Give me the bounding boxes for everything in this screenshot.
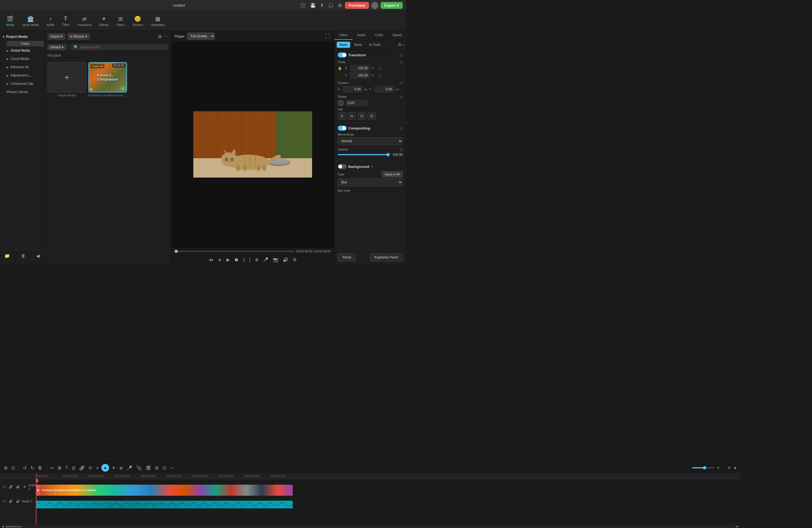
cat-video-cell[interactable]: Funny Cat Funny C...Compilation 00:02:00…	[88, 62, 127, 92]
default-button[interactable]: Default ▾	[47, 44, 66, 50]
audio-icon: ♪	[49, 15, 52, 22]
insert-icon[interactable]: ⊕	[254, 256, 260, 263]
pos-x-input[interactable]	[343, 86, 363, 92]
monitor-icon[interactable]: ⬛	[299, 2, 307, 9]
tab-audio[interactable]: ♪ Audio	[43, 13, 58, 28]
volume-icon[interactable]: 🔊	[282, 256, 289, 263]
play-button[interactable]: ▶	[226, 256, 231, 263]
scale-keyframe-btn[interactable]: ◇	[400, 60, 403, 64]
blend-mode-select[interactable]: Normal Multiply Screen Overlay	[338, 137, 403, 145]
import-button[interactable]: Import ▾	[47, 33, 65, 40]
sub-tab-ai-tools[interactable]: AI Tools	[366, 42, 383, 48]
folder-label: FOLDER	[44, 52, 171, 59]
opacity-keyframe-btn[interactable]: ◇	[400, 147, 403, 151]
tab-titles[interactable]: T Titles	[58, 13, 73, 28]
flip-vertical-btn[interactable]: ⇆	[348, 112, 356, 120]
filter-icon[interactable]: ⚙	[158, 34, 162, 39]
more-icon[interactable]: ···	[164, 34, 168, 39]
arrow-icon: ▶	[6, 49, 9, 52]
sidebar-item-global-media[interactable]: ▶ Global Media	[0, 46, 44, 55]
keyframe-panel-button[interactable]: Keyframe Panel	[370, 253, 403, 261]
rotate-dial[interactable]	[338, 100, 344, 106]
bg-blur-select[interactable]: Blur Color Image	[338, 178, 403, 186]
headphone-icon[interactable]: 🎧	[327, 2, 335, 9]
nav-next-icon[interactable]: ›	[402, 42, 404, 47]
blend-mode-label: Blend Mode	[338, 133, 354, 136]
video-check-icon: ✓	[120, 86, 126, 91]
flip-h-mirror-btn[interactable]: ⊡	[358, 112, 366, 120]
sidebar-item-influence-kit[interactable]: ▶ Influence Kit	[0, 63, 44, 71]
purchase-button[interactable]: Purchase	[345, 2, 369, 9]
snapshot-icon[interactable]: 📷	[272, 256, 279, 263]
add-folder-icon[interactable]: 📁	[3, 252, 11, 260]
pos-y-label: Y	[369, 88, 373, 91]
sidebar-item-adjustment[interactable]: ▶ Adjustment L...	[0, 71, 44, 79]
quality-select[interactable]: Full Quality Half Quality	[187, 33, 215, 40]
tab-transitions[interactable]: ⇄ Transitions	[73, 13, 96, 29]
export-button[interactable]: Export ▾	[381, 2, 403, 9]
compositing-keyframe-btn[interactable]: ◇	[400, 126, 403, 130]
pos-y-input[interactable]	[375, 86, 394, 92]
tab-speed[interactable]: Speed	[388, 31, 406, 40]
scale-y-kf-btn[interactable]: ◇	[379, 73, 382, 78]
opacity-slider[interactable]	[338, 154, 388, 155]
tab-stock-media[interactable]: 🏦 Stock Media	[18, 13, 43, 29]
out-point-icon[interactable]: }	[248, 257, 251, 263]
sidebar-item-cloud-media[interactable]: ▶ Cloud Media	[0, 55, 44, 63]
tab-stickers[interactable]: 😊 Stickers	[128, 13, 147, 29]
grid-icon[interactable]: ⊞	[337, 2, 343, 9]
import-label: Import	[50, 34, 60, 39]
opacity-thumb[interactable]	[387, 153, 390, 156]
tab-video[interactable]: Video	[334, 31, 352, 40]
scrubber-head[interactable]	[175, 250, 178, 253]
search-box[interactable]: 🔍	[71, 44, 168, 50]
transform-keyframe-btn[interactable]: ◇	[400, 53, 403, 57]
apply-all-button[interactable]: Apply to All	[382, 171, 403, 177]
tab-color[interactable]: Color	[371, 31, 388, 40]
influence-kit-label: Influence Kit	[11, 65, 29, 69]
rotate-input[interactable]	[346, 100, 367, 106]
search-input[interactable]	[80, 45, 165, 49]
flip-v-mirror-btn[interactable]: ⊟	[367, 112, 376, 120]
skip-back-button[interactable]: ⏮	[208, 257, 214, 263]
tab-audio[interactable]: Audio	[352, 31, 371, 40]
fullscreen-icon[interactable]: ⛶	[324, 33, 331, 40]
frame-back-button[interactable]: ⏴	[217, 257, 223, 263]
import-media-cell[interactable]: +	[47, 62, 86, 92]
scale-x-kf-btn[interactable]: ◇	[379, 66, 382, 70]
tab-templates[interactable]: ▦ Templates	[147, 13, 169, 29]
tab-filters[interactable]: ⊞ Filters	[112, 13, 128, 29]
sidebar-item-photos-library[interactable]: Photos Library	[0, 88, 44, 96]
sub-tab-basic[interactable]: Basic	[337, 42, 350, 48]
sub-tab-mask[interactable]: Mask	[351, 42, 365, 48]
sidebar-item-compound-clip[interactable]: ▶ Compound Clip	[0, 79, 44, 88]
position-keyframe-btn[interactable]: ◇	[400, 80, 403, 85]
background-toggle[interactable]	[338, 164, 347, 169]
tab-media[interactable]: 🎬 Media	[2, 13, 18, 29]
upload-icon[interactable]: ⬆	[319, 2, 325, 9]
scale-y-input[interactable]	[350, 72, 370, 78]
collapse-panel-icon[interactable]: ◀	[35, 252, 41, 260]
media-panel: Import ▾ Record ▾ ⚙ ··· Default ▾ 🔍 FOL	[44, 31, 171, 264]
scale-x-input[interactable]	[350, 65, 370, 71]
rotate-keyframe-btn[interactable]: ◇	[400, 94, 403, 99]
tab-effects[interactable]: ✦ Effects	[96, 13, 112, 29]
record-button[interactable]: Record ▾	[68, 33, 90, 40]
remove-folder-icon[interactable]: 🗑	[20, 252, 27, 260]
nav-prev-icon[interactable]: A	[398, 42, 401, 47]
settings-icon[interactable]: ⚙	[292, 256, 298, 263]
save-icon[interactable]: 💾	[309, 2, 317, 9]
scale-label: Scale	[338, 60, 346, 63]
flip-horizontal-btn[interactable]: ⇅	[338, 112, 346, 120]
project-media-header[interactable]: ▼ Project Media	[0, 33, 44, 40]
transform-toggle[interactable]	[338, 53, 347, 57]
stop-button[interactable]: ⏹	[233, 257, 240, 263]
in-point-icon[interactable]: {	[242, 257, 246, 263]
right-panel: Video Audio Color Speed Basic Mask AI To…	[334, 31, 406, 264]
folder-button[interactable]: Folder	[6, 41, 44, 46]
reset-button[interactable]: Reset	[338, 253, 356, 261]
scrubber[interactable]	[175, 251, 294, 252]
compositing-toggle[interactable]	[338, 126, 347, 131]
position-row: X px Y px	[338, 86, 403, 92]
voiceover-icon[interactable]: 🎤	[262, 256, 270, 263]
